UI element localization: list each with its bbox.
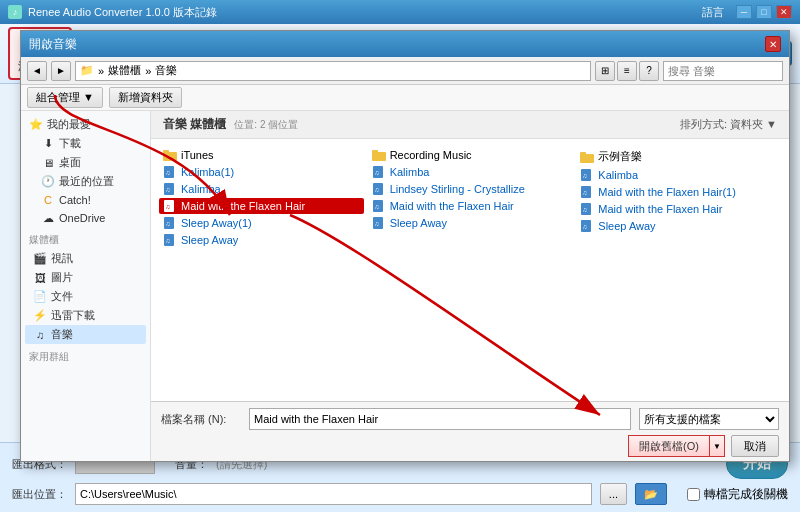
nav-back-button[interactable]: ◄ [27,61,47,81]
svg-rect-26 [580,154,594,163]
catch-icon: C [41,193,55,207]
minimize-btn[interactable]: ─ [736,5,752,19]
view-btn1[interactable]: ⊞ [595,61,615,81]
checkbox-label: 轉檔完成後關機 [704,486,788,503]
dialog-main: 音樂 媒體櫃 位置: 2 個位置 排列方式: 資料夾 ▼ iTunes ♫ [151,111,789,461]
image-icon: 🖼 [33,271,47,285]
browse-btn[interactable]: ... [600,483,627,505]
open-button-group: 開啟舊檔(O) ▼ [628,435,725,457]
file-column-3: 示例音樂 ♫ Kalimba ♫ Maid with the Flaxen Ha… [576,147,781,248]
shutdown-checkbox[interactable] [687,488,700,501]
file-kalimba[interactable]: ♫ Kalimba [159,181,364,197]
maximize-btn[interactable]: □ [756,5,772,19]
svg-text:♫: ♫ [165,186,170,193]
close-btn[interactable]: ✕ [776,5,792,19]
svg-text:♫: ♫ [374,169,379,176]
search-input[interactable] [663,61,783,81]
file-maid-flaxen-1[interactable]: ♫ Maid with the Flaxen Hair(1) [576,184,781,200]
open-file-button[interactable]: 開啟舊檔(O) [628,435,709,457]
output-path-input[interactable] [75,483,592,505]
open-folder-btn[interactable]: 📂 [635,483,667,505]
organize-btn[interactable]: 組合管理 ▼ [27,87,103,108]
sidebar-item-onedrive[interactable]: ☁ OneDrive [25,209,146,227]
output-row: 匯出位置： ... 📂 轉檔完成後關機 [12,483,788,505]
folder-recording[interactable]: Recording Music [368,147,573,163]
cancel-button[interactable]: 取消 [731,435,779,457]
file-column-2: Recording Music ♫ Kalimba ♫ Lindsey Stir… [368,147,573,248]
path-music[interactable]: 音樂 [155,63,177,78]
file-maid-flaxen-col3[interactable]: ♫ Maid with the Flaxen Hair [576,201,781,217]
dialog-nav-toolbar: ◄ ► 📁 » 媒體櫃 » 音樂 ⊞ ≡ ? [21,57,789,85]
video-icon: 🎬 [33,252,47,266]
file-grid: iTunes ♫ Kalimba(1) ♫ Kalimba ♫ Maid w [151,139,789,401]
filetype-select[interactable]: 所有支援的檔案 [639,408,779,430]
file-sleep-away-col2[interactable]: ♫ Sleep Away [368,215,573,231]
app-title: Renee Audio Converter 1.0.0 版本記錄 [28,5,217,20]
app-window: ♪ Renee Audio Converter 1.0.0 版本記錄 語言 ─ … [0,0,800,512]
doc-icon: 📄 [33,290,47,304]
sort-label[interactable]: 排列方式: 資料夾 ▼ [680,117,777,132]
buttons-row: 開啟舊檔(O) ▼ 取消 [161,435,779,457]
sidebar-item-video[interactable]: 🎬 視訊 [25,249,146,268]
svg-rect-17 [372,150,378,153]
filename-input[interactable] [249,408,631,430]
dialog-title: 開啟音樂 [29,36,77,53]
nav-forward-button[interactable]: ► [51,61,71,81]
file-maid-flaxen-col2[interactable]: ♫ Maid with the Flaxen Hair [368,198,573,214]
library-section-label: 媒體櫃 [25,231,146,249]
svg-text:♫: ♫ [165,169,170,176]
new-folder-btn[interactable]: 新增資料夾 [109,87,182,108]
filename-label: 檔案名稱 (N): [161,412,241,427]
folder-itunes[interactable]: iTunes [159,147,364,163]
dialog-title-bar: 開啟音樂 ✕ [21,31,789,57]
file-sleep-away-col3[interactable]: ♫ Sleep Away [576,218,781,234]
svg-rect-5 [163,150,169,153]
dialog-body: ⭐ 我的最愛 ⬇ 下載 🖥 桌面 🕐 最近的位置 [21,111,789,461]
svg-text:♫: ♫ [582,172,587,179]
dialog-close-button[interactable]: ✕ [765,36,781,52]
sidebar-item-download[interactable]: ⬇ 下載 [25,134,146,153]
svg-text:♫: ♫ [582,189,587,196]
path-breadcrumb[interactable]: 📁 » 媒體櫃 » 音樂 [75,61,591,81]
dialog-toolbar2: 組合管理 ▼ 新增資料夾 [21,85,789,111]
open-dropdown-button[interactable]: ▼ [709,435,725,457]
svg-text:♫: ♫ [374,220,379,227]
filename-row: 檔案名稱 (N): 所有支援的檔案 [161,408,779,430]
file-sleep-away[interactable]: ♫ Sleep Away [159,232,364,248]
file-dialog: 開啟音樂 ✕ ◄ ► 📁 » 媒體櫃 » 音樂 ⊞ ≡ ? 組合管理 ▼ 新 [20,30,790,462]
path-separator1: » [98,65,104,77]
file-sleep-away-1[interactable]: ♫ Sleep Away(1) [159,215,364,231]
sidebar-item-images[interactable]: 🖼 圖片 [25,268,146,287]
svg-rect-16 [372,152,386,161]
sidebar-item-favorites[interactable]: ⭐ 我的最愛 [25,115,146,134]
svg-text:♫: ♫ [582,206,587,213]
view-help[interactable]: ? [639,61,659,81]
svg-text:♫: ♫ [374,186,379,193]
recent-icon: 🕐 [41,175,55,189]
view-controls: ⊞ ≡ ? [595,61,659,81]
path-icon: 📁 [80,64,94,77]
file-kalimba-col3[interactable]: ♫ Kalimba [576,167,781,183]
lang-btn[interactable]: 語言 [702,5,724,20]
file-lindsey-stirling[interactable]: ♫ Lindsey Stirling - Crystallize [368,181,573,197]
path-separator2: » [145,65,151,77]
svg-text:♫: ♫ [165,220,170,227]
file-area-header: 音樂 媒體櫃 位置: 2 個位置 排列方式: 資料夾 ▼ [151,111,789,139]
sidebar-item-recent[interactable]: 🕐 最近的位置 [25,172,146,191]
download-icon: ⬇ [41,137,55,151]
file-kalimba-1[interactable]: ♫ Kalimba(1) [159,164,364,180]
file-maid-flaxen-selected[interactable]: ♫ Maid with the Flaxen Hair [159,198,364,214]
sidebar-item-xunlei[interactable]: ⚡ 迅雷下載 [25,306,146,325]
sidebar-item-music[interactable]: ♫ 音樂 [25,325,146,344]
file-kalimba-col2[interactable]: ♫ Kalimba [368,164,573,180]
path-library[interactable]: 媒體櫃 [108,63,141,78]
desktop-icon: 🖥 [41,156,55,170]
sidebar-item-desktop[interactable]: 🖥 桌面 [25,153,146,172]
view-btn2[interactable]: ≡ [617,61,637,81]
sidebar-item-catch[interactable]: C Catch! [25,191,146,209]
music-icon: ♫ [33,328,47,342]
svg-text:♫: ♫ [374,203,379,210]
folder-sample[interactable]: 示例音樂 [576,147,781,166]
svg-rect-4 [163,152,177,161]
sidebar-item-docs[interactable]: 📄 文件 [25,287,146,306]
